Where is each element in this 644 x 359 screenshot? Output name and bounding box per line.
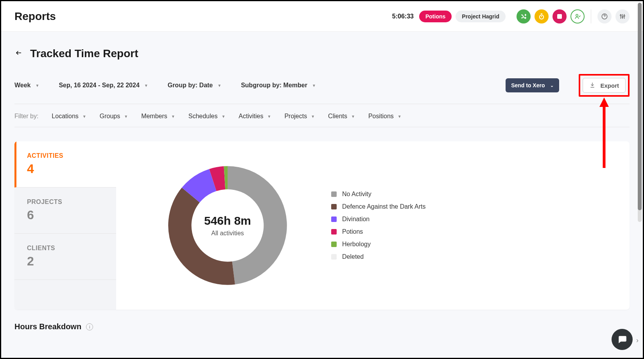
help-icon[interactable] [597, 9, 612, 23]
legend-item[interactable]: Herbology [331, 241, 425, 248]
download-icon [589, 82, 596, 89]
report-title: Tracked Time Report [30, 47, 138, 60]
chevron-down-icon: ▼ [221, 114, 225, 119]
svg-point-4 [620, 14, 621, 16]
chevron-down-icon: ▼ [398, 114, 402, 119]
svg-point-5 [622, 16, 623, 18]
legend-swatch [331, 204, 337, 209]
stopwatch-icon[interactable] [535, 9, 549, 23]
filters-row: Filter by: Locations▼ Groups▼ Members▼ S… [14, 113, 630, 127]
tab-projects[interactable]: PROJECTS 6 [14, 188, 116, 234]
filter-projects[interactable]: Projects▼ [284, 113, 315, 120]
legend-label: No Activity [342, 191, 371, 198]
filter-positions[interactable]: Positions▼ [368, 113, 402, 120]
donut-center: 546h 8m All activities [204, 214, 251, 237]
donut-subtitle: All activities [204, 230, 251, 237]
filter-schedules[interactable]: Schedules▼ [188, 113, 226, 120]
filter-groups[interactable]: Groups▼ [100, 113, 128, 120]
stop-icon[interactable] [553, 9, 567, 23]
export-button[interactable]: Export [583, 78, 626, 93]
filter-by-label: Filter by: [14, 113, 38, 120]
subgroup-by-label: Subgroup by: Member [241, 82, 307, 89]
back-arrow-icon[interactable] [14, 49, 23, 58]
legend-label: Potions [342, 228, 363, 235]
legend-item[interactable]: No Activity [331, 191, 425, 198]
tab-activities[interactable]: ACTIVITIES 4 [14, 141, 116, 188]
timer-display: 5:06:33 [392, 13, 414, 20]
pager-next-icon[interactable]: › [634, 334, 640, 346]
filter-activities[interactable]: Activities▼ [239, 113, 271, 120]
project-pill[interactable]: Project Hagrid [456, 11, 506, 22]
tab-title: PROJECTS [27, 198, 104, 206]
header-right: 5:06:33 Potions Project Hagrid [392, 9, 630, 23]
chevron-down-icon: ▼ [144, 83, 148, 88]
subgroup-by-selector[interactable]: Subgroup by: Member ▼ [241, 82, 316, 89]
tab-count: 2 [27, 254, 104, 269]
summary-tabs: ACTIVITIES 4 PROJECTS 6 CLIENTS 2 [14, 141, 116, 310]
hours-breakdown-header: Hours Breakdown i [14, 322, 630, 331]
chevron-down-icon: ▼ [267, 114, 271, 119]
send-to-xero-button[interactable]: Send to Xero ⌄ [506, 78, 559, 92]
date-range-selector[interactable]: Sep, 16 2024 - Sep, 22 2024 ▼ [59, 82, 148, 89]
chevron-down-icon: ▼ [83, 114, 86, 119]
group-by-selector[interactable]: Group by: Date ▼ [168, 82, 221, 89]
date-range-label: Sep, 16 2024 - Sep, 22 2024 [59, 82, 139, 89]
legend-item[interactable]: Defence Against the Dark Arts [331, 203, 425, 210]
chevron-down-icon: ▼ [36, 83, 39, 88]
report-header-row: Tracked Time Report [14, 47, 630, 60]
chevron-down-icon: ▼ [217, 83, 221, 88]
legend-item[interactable]: Deleted [331, 253, 425, 260]
tab-title: CLIENTS [27, 245, 104, 252]
svg-point-2 [576, 14, 578, 16]
filter-members[interactable]: Members▼ [141, 113, 175, 120]
legend-label: Herbology [342, 241, 371, 248]
chevron-down-icon: ▼ [171, 114, 175, 119]
chevron-down-icon: ▼ [124, 114, 128, 119]
group-by-label: Group by: Date [168, 82, 213, 89]
legend-label: Defence Against the Dark Arts [342, 203, 425, 210]
user-check-icon[interactable] [570, 9, 585, 23]
tab-clients[interactable]: CLIENTS 2 [14, 234, 116, 280]
legend-label: Deleted [342, 253, 364, 260]
tab-count: 4 [27, 162, 104, 176]
send-to-xero-label: Send to Xero [511, 82, 545, 88]
summary-panel: ACTIVITIES 4 PROJECTS 6 CLIENTS 2 546h 8… [14, 141, 630, 310]
legend-swatch [331, 242, 337, 247]
hours-breakdown-title: Hours Breakdown [14, 322, 81, 331]
legend-swatch [331, 191, 337, 197]
settings-icon[interactable] [615, 9, 630, 23]
controls-row: Week ▼ Sep, 16 2024 - Sep, 22 2024 ▼ Gro… [14, 74, 630, 104]
activity-pill[interactable]: Potions [419, 11, 452, 22]
legend-item[interactable]: Divination [331, 216, 425, 223]
period-label: Week [14, 82, 31, 89]
annotation-highlight-export: Export [579, 74, 630, 97]
chat-widget-icon[interactable] [612, 329, 633, 350]
legend-label: Divination [342, 216, 370, 223]
app-header: Reports 5:06:33 Potions Project Hagrid [1, 1, 643, 32]
page-title: Reports [14, 10, 56, 23]
legend-swatch [331, 254, 337, 260]
chevron-down-icon: ▼ [311, 114, 315, 119]
tab-count: 6 [27, 208, 104, 222]
scrollbar-thumb[interactable] [638, 3, 642, 210]
donut-total: 546h 8m [204, 214, 251, 227]
chart-legend: No ActivityDefence Against the Dark Arts… [331, 191, 425, 260]
legend-swatch [331, 229, 337, 235]
filter-clients[interactable]: Clients▼ [328, 113, 355, 120]
svg-point-6 [624, 15, 625, 16]
export-label: Export [600, 82, 619, 89]
chevron-down-icon: ▼ [312, 83, 316, 88]
chevron-down-icon: ▼ [351, 114, 355, 119]
chart-area: 546h 8m All activities No ActivityDefenc… [116, 141, 630, 310]
legend-swatch [331, 216, 337, 222]
donut-chart: 546h 8m All activities [163, 161, 292, 290]
shuffle-icon[interactable] [517, 9, 531, 23]
filter-locations[interactable]: Locations▼ [52, 113, 86, 120]
annotation-arrow [598, 97, 610, 170]
header-divider [591, 9, 591, 23]
legend-item[interactable]: Potions [331, 228, 425, 235]
info-icon[interactable]: i [86, 323, 93, 330]
tab-title: ACTIVITIES [27, 152, 104, 159]
period-selector[interactable]: Week ▼ [14, 82, 39, 89]
chevron-down-icon: ⌄ [550, 83, 554, 88]
